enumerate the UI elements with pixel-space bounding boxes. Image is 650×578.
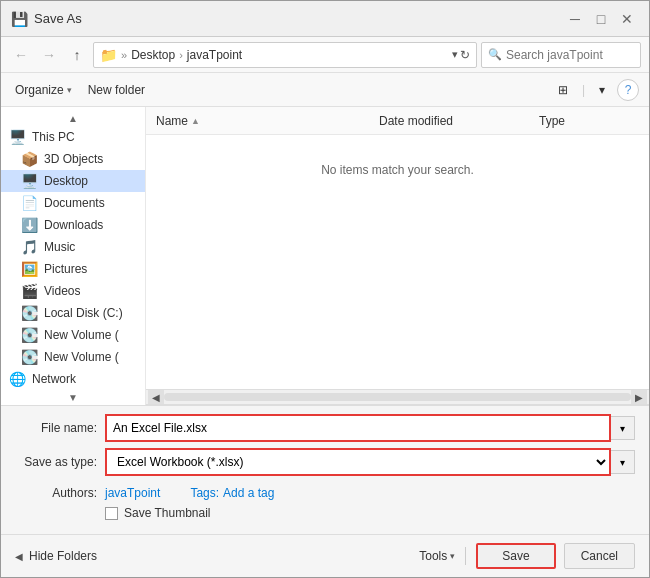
sidebar-item-label: Downloads	[44, 218, 103, 232]
file-area: Name ▲ Date modified Type No items match…	[146, 107, 649, 405]
sidebar-item-downloads[interactable]: ⬇️ Downloads	[1, 214, 145, 236]
dialog-icon: 💾	[11, 11, 28, 27]
videos-icon: 🎬	[21, 283, 38, 299]
sidebar-item-network[interactable]: 🌐 Network	[1, 368, 145, 390]
meta-row: Authors: javaTpoint Tags: Add a tag	[15, 482, 635, 504]
filename-input[interactable]	[107, 416, 609, 440]
bottom-section: File name: ▾ Save as type: Excel Workboo…	[1, 405, 649, 534]
scroll-left-button[interactable]: ◀	[148, 390, 164, 404]
organize-dropdown-icon: ▾	[67, 85, 72, 95]
back-button[interactable]: ←	[9, 43, 33, 67]
title-buttons: ─ □ ✕	[563, 7, 639, 31]
back-icon: ←	[14, 47, 28, 63]
save-button[interactable]: Save	[476, 543, 555, 569]
up-button[interactable]: ↑	[65, 43, 89, 67]
sidebar-item-music[interactable]: 🎵 Music	[1, 236, 145, 258]
new-volume-2-icon: 💽	[21, 349, 38, 365]
thumbnail-label[interactable]: Save Thumbnail	[124, 506, 211, 520]
sidebar: ▲ 🖥️ This PC 📦 3D Objects 🖥️ Desktop 📄 D…	[1, 107, 146, 405]
local-disk-icon: 💽	[21, 305, 38, 321]
footer-right: Tools ▾ Save Cancel	[419, 543, 635, 569]
filename-label: File name:	[15, 421, 105, 435]
tags-value[interactable]: Add a tag	[223, 486, 274, 500]
hide-folders-button[interactable]: ◀ Hide Folders	[15, 549, 97, 563]
toolbar: Organize ▾ New folder ⊞ | ▾ ?	[1, 73, 649, 107]
dialog-title: Save As	[34, 11, 563, 26]
sidebar-item-3d-objects[interactable]: 📦 3D Objects	[1, 148, 145, 170]
filetype-dropdown-button[interactable]: ▾	[611, 450, 635, 474]
column-name[interactable]: Name ▲	[156, 114, 379, 128]
view-button[interactable]: ⊞	[554, 81, 572, 99]
search-icon: 🔍	[488, 48, 502, 61]
organize-button[interactable]: Organize ▾	[11, 81, 76, 99]
sidebar-item-label: New Volume (	[44, 328, 119, 342]
column-name-label: Name	[156, 114, 188, 128]
search-bar[interactable]: 🔍	[481, 42, 641, 68]
help-button[interactable]: ?	[617, 79, 639, 101]
column-type-label: Type	[539, 114, 565, 128]
column-modified-label: Date modified	[379, 114, 453, 128]
filename-row: File name: ▾	[15, 414, 635, 442]
refresh-button[interactable]: ↻	[460, 48, 470, 62]
forward-button[interactable]: →	[37, 43, 61, 67]
tools-label: Tools	[419, 549, 447, 563]
new-folder-label: New folder	[88, 83, 145, 97]
downloads-icon: ⬇️	[21, 217, 38, 233]
authors-value[interactable]: javaTpoint	[105, 486, 160, 500]
address-part-desktop: Desktop	[131, 48, 175, 62]
address-separator-2: ›	[179, 49, 183, 61]
tools-arrow-icon: ▾	[450, 551, 455, 561]
thumbnail-checkbox[interactable]	[105, 507, 118, 520]
filename-dropdown-button[interactable]: ▾	[611, 416, 635, 440]
filetype-select[interactable]: Excel Workbook (*.xlsx)	[107, 450, 609, 474]
close-button[interactable]: ✕	[615, 7, 639, 31]
scroll-track	[164, 393, 631, 401]
sidebar-item-documents[interactable]: 📄 Documents	[1, 192, 145, 214]
maximize-button[interactable]: □	[589, 7, 613, 31]
sidebar-item-videos[interactable]: 🎬 Videos	[1, 280, 145, 302]
sidebar-item-this-pc[interactable]: 🖥️ This PC	[1, 126, 145, 148]
sidebar-item-new-volume-1[interactable]: 💽 New Volume (	[1, 324, 145, 346]
network-icon: 🌐	[9, 371, 26, 387]
view-icon: ⊞	[558, 83, 568, 97]
minimize-button[interactable]: ─	[563, 7, 587, 31]
sidebar-item-label: Pictures	[44, 262, 87, 276]
sidebar-item-local-disk[interactable]: 💽 Local Disk (C:)	[1, 302, 145, 324]
sidebar-item-desktop[interactable]: 🖥️ Desktop	[1, 170, 145, 192]
thumbnail-row: Save Thumbnail	[105, 506, 635, 520]
sidebar-scroll-down[interactable]: ▼	[1, 390, 145, 405]
sidebar-item-new-volume-2[interactable]: 💽 New Volume (	[1, 346, 145, 368]
column-type[interactable]: Type	[539, 114, 639, 128]
sidebar-item-label: Network	[32, 372, 76, 386]
empty-message: No items match your search.	[321, 163, 474, 177]
scroll-right-button[interactable]: ▶	[631, 390, 647, 404]
view-dropdown-button[interactable]: ▾	[595, 81, 609, 99]
new-folder-button[interactable]: New folder	[84, 81, 149, 99]
documents-icon: 📄	[21, 195, 38, 211]
filetype-label: Save as type:	[15, 455, 105, 469]
desktop-icon: 🖥️	[21, 173, 38, 189]
tools-button[interactable]: Tools ▾	[419, 549, 455, 563]
up-icon: ↑	[74, 47, 81, 63]
search-input[interactable]	[506, 48, 650, 62]
sidebar-scroll-up[interactable]: ▲	[1, 111, 145, 126]
sidebar-item-label: New Volume (	[44, 350, 119, 364]
cancel-button[interactable]: Cancel	[564, 543, 635, 569]
filetype-input-wrapper: Excel Workbook (*.xlsx)	[105, 448, 611, 476]
forward-icon: →	[42, 47, 56, 63]
sidebar-item-label: Local Disk (C:)	[44, 306, 123, 320]
address-dropdown-button[interactable]: ▾	[450, 48, 460, 61]
title-bar: 💾 Save As ─ □ ✕	[1, 1, 649, 37]
sidebar-item-label: This PC	[32, 130, 75, 144]
horizontal-scrollbar[interactable]: ◀ ▶	[146, 389, 649, 405]
organize-label: Organize	[15, 83, 64, 97]
hide-arrow-icon: ◀	[15, 551, 23, 562]
sidebar-item-pictures[interactable]: 🖼️ Pictures	[1, 258, 145, 280]
column-modified[interactable]: Date modified	[379, 114, 539, 128]
address-bar[interactable]: 📁 » Desktop › javaTpoint ▾ ↻	[93, 42, 477, 68]
authors-label: Authors:	[15, 486, 105, 500]
sidebar-item-label: 3D Objects	[44, 152, 103, 166]
save-as-dialog: 💾 Save As ─ □ ✕ ← → ↑ 📁 » Desktop › java…	[0, 0, 650, 578]
file-header: Name ▲ Date modified Type	[146, 107, 649, 135]
filetype-row: Save as type: Excel Workbook (*.xlsx) ▾	[15, 448, 635, 476]
